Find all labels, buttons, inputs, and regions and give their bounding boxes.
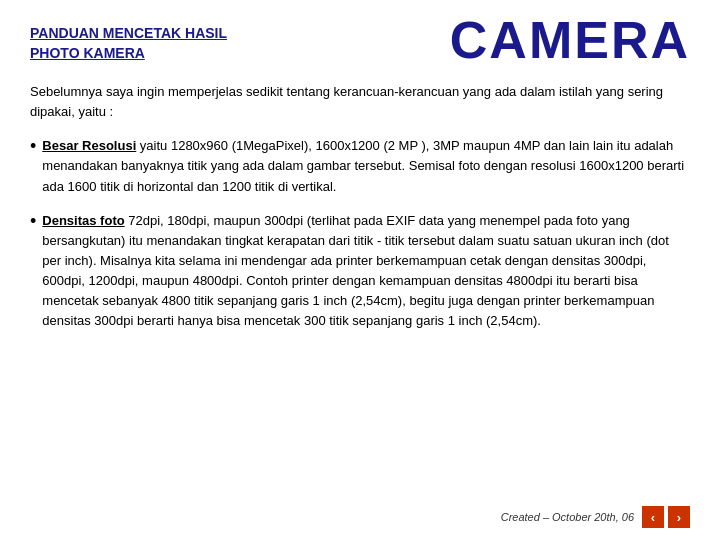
section1-block: • Besar Resolusi yaitu 1280x960 (1MegaPi… (30, 136, 690, 196)
camera-title: CAMERA (450, 14, 690, 66)
page-title: PANDUAN MENCETAK HASIL PHOTO KAMERA (30, 24, 227, 63)
footer-nav: ‹ › (642, 506, 690, 528)
prev-button[interactable]: ‹ (642, 506, 664, 528)
footer-created-text: Created – October 20th, 06 (501, 511, 634, 523)
section1-text: Besar Resolusi yaitu 1280x960 (1MegaPixe… (42, 136, 690, 196)
section2-body: 72dpi, 180dpi, maupun 300dpi (terlihat p… (42, 213, 669, 329)
section2-bullet: • Densitas foto 72dpi, 180dpi, maupun 30… (30, 211, 690, 332)
section2-block: • Densitas foto 72dpi, 180dpi, maupun 30… (30, 211, 690, 332)
section1-body: yaitu 1280x960 (1MegaPixel), 1600x1200 (… (42, 138, 684, 193)
intro-text: Sebelumnya saya ingin memperjelas sediki… (30, 82, 690, 122)
bullet-dot-1: • (30, 136, 36, 158)
bullet-dot-2: • (30, 211, 36, 233)
page-container: PANDUAN MENCETAK HASIL PHOTO KAMERA CAME… (0, 0, 720, 540)
section2-text: Densitas foto 72dpi, 180dpi, maupun 300d… (42, 211, 690, 332)
section1-term: Besar Resolusi (42, 138, 136, 153)
section1-bullet: • Besar Resolusi yaitu 1280x960 (1MegaPi… (30, 136, 690, 196)
footer-area: Created – October 20th, 06 ‹ › (501, 506, 690, 528)
header-area: PANDUAN MENCETAK HASIL PHOTO KAMERA CAME… (30, 10, 690, 66)
section2-term: Densitas foto (42, 213, 124, 228)
next-button[interactable]: › (668, 506, 690, 528)
